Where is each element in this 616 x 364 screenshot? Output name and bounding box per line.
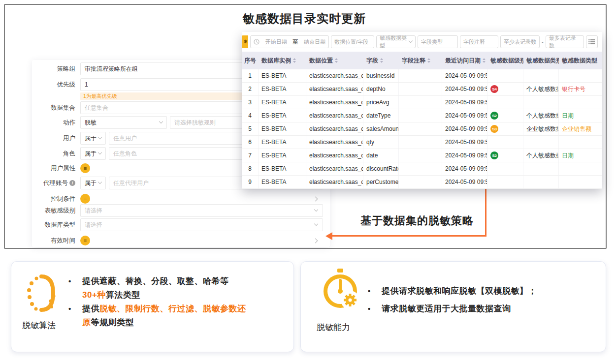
- column-header-label: 数据库实例: [261, 57, 291, 65]
- column-header: 敏感数据类型: [559, 57, 602, 65]
- bullet-text-segment: 算法类型: [106, 290, 140, 300]
- table-cell: date: [363, 149, 399, 162]
- table-cell: 个人敏感数据: [523, 109, 559, 122]
- column-header[interactable]: 字段: [363, 57, 399, 65]
- table-cell: 2024-05-09 09:56...: [442, 83, 487, 95]
- clock-icon: [254, 39, 259, 45]
- table-cell: [399, 136, 442, 149]
- bullet-text-segment: 请求脱敏更适用于大批量数据查询: [382, 304, 511, 313]
- feature-card-masking-algorithms: 脱敏算法 提供遮蔽、替换、分段、取整、哈希等30+种算法类型提供脱敏、限制行数、…: [11, 261, 294, 352]
- form-label: 策略组: [37, 65, 75, 73]
- form-label: 控制条件: [37, 195, 75, 203]
- form-label: 角色: [37, 150, 75, 158]
- sensitive-level-cell: S2: [487, 109, 523, 122]
- feature-bullet-list: 提供请求脱敏和响应脱敏【双模脱敏】；请求脱敏更适用于大批量数据查询: [364, 282, 590, 318]
- table-cell: 4: [242, 109, 259, 122]
- 角色-select[interactable]: 属于: [80, 147, 106, 160]
- bullet-text-segment: 等规则类型: [91, 318, 134, 327]
- table-cell: [399, 69, 442, 82]
- table-cell: [523, 162, 559, 175]
- select-value: 脱敏: [85, 119, 97, 127]
- feature-bullet-list: 提供遮蔽、替换、分段、取整、哈希等30+种算法类型提供脱敏、限制行数、行过滤、脱…: [65, 274, 248, 330]
- column-header: 序号: [242, 57, 259, 65]
- info-icon: i: [69, 180, 75, 186]
- table-cell: 3: [242, 96, 259, 109]
- form-label-text: 代理账号: [43, 179, 68, 187]
- column-header[interactable]: 数据位置: [306, 57, 363, 65]
- 表敏感级别-select[interactable]: 请选择: [80, 204, 323, 217]
- page-title: 敏感数据目录实时更新: [243, 11, 366, 27]
- sort-icon: [427, 58, 430, 63]
- sensitive-type-label: 企业销售额: [562, 125, 591, 133]
- table-cell: elasticsearch.saas_dis...: [306, 122, 363, 135]
- table-cell: 8: [242, 162, 259, 175]
- callout-arrow-head-icon: [325, 232, 332, 240]
- form-label-text: 策略组: [57, 65, 76, 73]
- column-header[interactable]: 最近访问日期: [442, 57, 487, 65]
- filter-input[interactable]: 最多表记录数: [546, 35, 584, 48]
- table-cell: 9: [242, 176, 259, 188]
- table-cell: priceAvg: [363, 96, 399, 109]
- sensitive-type-cell: 企业销售额: [559, 122, 602, 135]
- filter-placeholder: 敏感数据类型: [380, 34, 407, 49]
- catalog-filter-bar: ✱开始日期至结束日期数据位置/字段敏感数据类型字段类型字段注释至少表记录数-最多…: [242, 32, 602, 52]
- expand-condition-badge[interactable]: ≡: [80, 236, 90, 245]
- sensitive-type-cell: [559, 162, 602, 175]
- table-cell: 2024-05-09 09:56...: [442, 69, 487, 82]
- form-label-text: 角色: [63, 150, 75, 158]
- bullet-text-segment: 提供请求脱敏和响应脱敏【双模脱敏】；: [382, 286, 537, 296]
- 数据库类型-select[interactable]: 请选择: [80, 218, 323, 231]
- column-header-label: 最近访问日期: [445, 57, 481, 65]
- table-row: 3ES-BETAelasticsearch.saas_dis...priceAv…: [242, 96, 602, 109]
- sensitive-type-cell: 银行卡号: [559, 83, 602, 95]
- filter-select[interactable]: 敏感数据类型: [376, 35, 416, 48]
- table-row: 5ES-BETAelasticsearch.saas_dis...salesAm…: [242, 122, 602, 136]
- fingerprint-icon: [25, 271, 63, 316]
- table-cell: ES-BETA: [259, 69, 306, 82]
- list-view-button[interactable]: [586, 35, 598, 48]
- column-header[interactable]: 数据库实例: [259, 57, 306, 65]
- filter-input[interactable]: 字段类型: [418, 35, 458, 48]
- 代理账号-select[interactable]: 属于: [80, 177, 106, 189]
- table-cell: elasticsearch.saas_dis...: [306, 69, 363, 82]
- table-cell: elasticsearch.saas_dis...: [306, 109, 363, 122]
- table-row: 1ES-BETAelasticsearch.saas_dis...busines…: [242, 69, 602, 83]
- table-row: 4ES-BETAelasticsearch.saas_dis...dateTyp…: [242, 109, 602, 122]
- callout-arrow-horizontal: [332, 235, 486, 237]
- start-date-placeholder: 开始日期: [265, 38, 287, 46]
- chevron-right-icon[interactable]: [313, 196, 318, 201]
- column-header[interactable]: 字段注释: [399, 57, 442, 65]
- form-label: 数据库类型: [37, 221, 75, 229]
- 动作-select[interactable]: 脱敏: [80, 116, 167, 129]
- filter-input[interactable]: 至少表记录数: [500, 35, 540, 48]
- catalog-table-header: 序号数据库实例数据位置字段字段注释最近访问日期敏感数据级别敏感数据类别敏感数据类…: [242, 52, 602, 69]
- form-label-text: 用户: [63, 134, 75, 143]
- table-cell: [523, 176, 559, 188]
- filter-input[interactable]: 字段注释: [460, 35, 498, 48]
- search-button-fragment[interactable]: ✱: [242, 35, 248, 48]
- column-header-label: 敏感数据类型: [562, 57, 597, 65]
- form-label-text: 动作: [63, 119, 75, 127]
- column-header-label: 字段注释: [402, 57, 425, 65]
- callout-arrow-vertical: [485, 189, 486, 236]
- table-cell: [399, 162, 442, 175]
- expand-condition-badge[interactable]: ≡: [80, 163, 90, 173]
- sensitive-type-cell: [559, 176, 602, 188]
- table-cell: elasticsearch.saas_dis...: [306, 162, 363, 175]
- filter-placeholder: 数据位置/字段: [334, 38, 368, 46]
- sensitive-level-cell: [487, 136, 523, 149]
- expand-condition-badge[interactable]: ≡: [80, 194, 90, 204]
- table-cell: 2: [242, 83, 259, 95]
- feature-card-title: 脱敏能力: [317, 322, 350, 333]
- table-cell: dateType: [363, 109, 399, 122]
- table-cell: 7: [242, 149, 259, 162]
- form-label: 代理账号i: [37, 179, 75, 187]
- form-label: 动作: [37, 119, 75, 127]
- 用户-select[interactable]: 属于: [80, 132, 106, 145]
- filter-input[interactable]: 数据位置/字段: [331, 35, 374, 48]
- chevron-right-icon[interactable]: [313, 238, 318, 243]
- form-label: 用户属性: [37, 164, 75, 173]
- date-range-filter[interactable]: 开始日期至结束日期: [250, 35, 329, 48]
- table-cell: elasticsearch.saas_dis...: [306, 149, 363, 162]
- table-row: 8ES-BETAelasticsearch.saas_dis...discoun…: [242, 162, 602, 176]
